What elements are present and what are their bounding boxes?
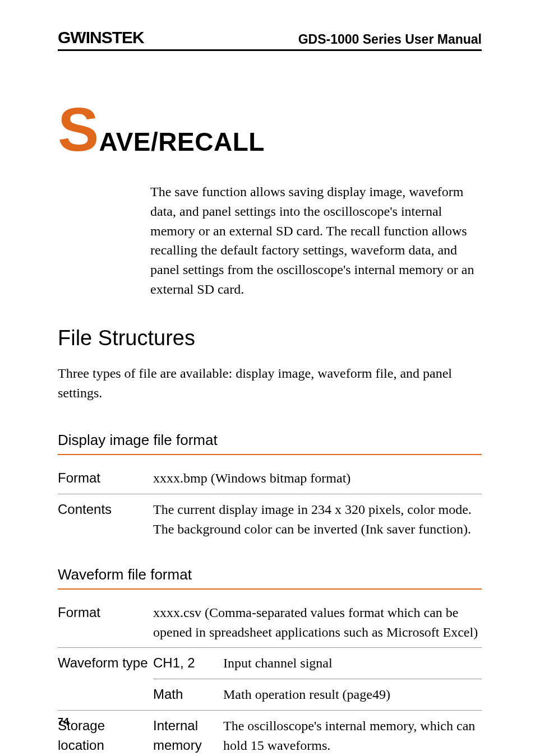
row-label: Format — [58, 597, 153, 648]
subsection-heading-waveform: Waveform file format — [58, 566, 482, 583]
chapter-intro-paragraph: The save function allows saving display … — [150, 182, 482, 299]
divider-orange — [58, 454, 482, 455]
waveform-table: Format xxxx.csv (Comma-separated values … — [58, 597, 482, 756]
display-image-table: Format xxxx.bmp (Windows bitmap format) … — [58, 463, 482, 544]
row-value: Input channel signal — [223, 648, 482, 679]
section-heading-file-structures: File Structures — [58, 326, 482, 350]
row-label: Contents — [58, 494, 153, 545]
page-header: GW⎵INSTEK GDS-1000 Series User Manual — [58, 28, 482, 51]
row-value: xxxx.csv (Comma-separated values format … — [153, 597, 482, 648]
brand-logo: GW⎵INSTEK — [58, 28, 144, 47]
manual-title: GDS-1000 Series User Manual — [298, 32, 482, 47]
divider-orange — [58, 588, 482, 590]
table-row: Format xxxx.bmp (Windows bitmap format) — [58, 463, 482, 494]
row-label: Format — [58, 463, 153, 494]
row-sublabel: Math — [153, 679, 223, 711]
row-value: xxxx.bmp (Windows bitmap format) — [153, 463, 482, 494]
table-row: Format xxxx.csv (Comma-separated values … — [58, 597, 482, 648]
table-row: Math Math operation result (page49) — [58, 679, 482, 711]
row-sublabel: Internal memory — [153, 710, 223, 756]
page-number: 74 — [58, 716, 69, 728]
row-value: Math operation result (page49) — [223, 679, 482, 711]
table-row: Contents The current display image in 23… — [58, 494, 482, 545]
table-row: Storage location Internal memory The osc… — [58, 710, 482, 756]
subsection-heading-display-image: Display image file format — [58, 432, 482, 449]
row-label: Waveform type — [58, 648, 153, 679]
table-row: Waveform type CH1, 2 Input channel signa… — [58, 648, 482, 679]
chapter-title: SAVE/RECALL — [58, 101, 482, 157]
section-intro-paragraph: Three types of file are available: displ… — [58, 364, 482, 403]
row-value: The current display image in 234 x 320 p… — [153, 494, 482, 545]
chapter-rest: AVE/RECALL — [99, 127, 265, 156]
row-sublabel: CH1, 2 — [153, 648, 223, 679]
row-label — [58, 679, 153, 711]
row-value: The oscilloscope's internal memory, whic… — [223, 710, 482, 756]
chapter-initial: S — [58, 95, 99, 164]
row-label: Storage location — [58, 710, 153, 756]
logo-text: GW⎵INSTEK — [58, 28, 144, 47]
